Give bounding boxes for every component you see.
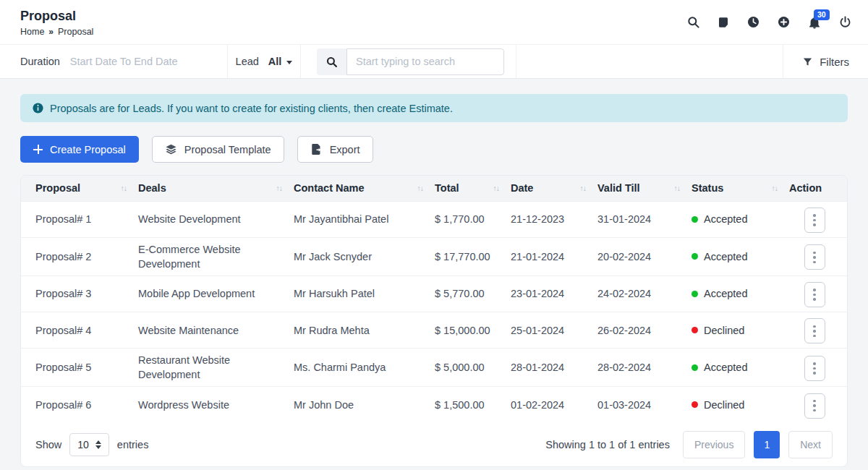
- next-page-button[interactable]: Next: [788, 431, 833, 458]
- cell-action: [789, 387, 847, 423]
- page-title: Proposal: [20, 9, 93, 24]
- search-icon: [326, 56, 338, 68]
- row-actions-button[interactable]: [804, 244, 825, 270]
- col-date[interactable]: Date↑↓: [511, 176, 597, 201]
- page-size-select[interactable]: 10: [69, 433, 109, 456]
- cell-deals: Website Maintenance: [138, 312, 294, 349]
- sort-icon[interactable]: ↑↓: [772, 184, 778, 192]
- lead-value: All: [268, 56, 282, 67]
- col-deals[interactable]: Deals↑↓: [138, 176, 294, 201]
- table-row: Proposal# 4 Website Maintenance Mr Rudra…: [21, 312, 847, 349]
- cell-deals: Mobile App Development: [138, 275, 294, 312]
- cell-action: [789, 237, 847, 275]
- info-alert: Proposals are for Leads. If you want to …: [20, 94, 848, 122]
- sort-icon[interactable]: ↑↓: [417, 184, 424, 192]
- filterbar-spacer: [516, 45, 783, 78]
- table-footer: Show 10 entries Showing 1 to 1 of 1 entr…: [21, 423, 847, 466]
- sort-icon[interactable]: ↑↓: [121, 184, 127, 192]
- cell-valid-till: 24-02-2024: [597, 275, 692, 312]
- col-proposal[interactable]: Proposal↑↓: [21, 176, 138, 201]
- sort-icon[interactable]: ↑↓: [580, 184, 587, 192]
- status-dot: [692, 401, 698, 408]
- search-icon[interactable]: [686, 15, 700, 29]
- current-page-button[interactable]: 1: [754, 431, 780, 458]
- lead-filter: Lead All: [228, 45, 301, 78]
- status-label: Accepted: [704, 360, 747, 375]
- cell-status: Accepted: [692, 275, 789, 312]
- row-actions-button[interactable]: [804, 318, 825, 343]
- clock-icon[interactable]: [746, 15, 760, 29]
- table-row: Proposal# 1 Website Development Mr Jayan…: [21, 201, 847, 237]
- col-action: Action: [789, 176, 847, 201]
- search-input[interactable]: [346, 48, 504, 75]
- cell-proposal: Proposal# 5: [21, 349, 138, 387]
- duration-filter: Duration: [0, 45, 228, 78]
- cell-date: 01-02-2024: [511, 387, 597, 423]
- search-submit-button[interactable]: [317, 48, 346, 75]
- sort-icon[interactable]: ↑↓: [276, 184, 283, 192]
- cell-total: $ 1,500.00: [435, 387, 511, 423]
- breadcrumb-separator: »: [48, 27, 54, 37]
- filters-label: Filters: [820, 56, 849, 68]
- status-dot: [692, 216, 698, 223]
- cell-valid-till: 26-02-2024: [597, 312, 692, 349]
- cell-valid-till: 01-03-2024: [597, 387, 692, 423]
- table-row: Proposal# 5 Restaurant Website Developme…: [21, 349, 847, 387]
- col-status[interactable]: Status↑↓: [692, 176, 789, 201]
- cell-valid-till: 31-01-2024: [597, 201, 692, 237]
- status-dot: [692, 253, 698, 260]
- lead-dropdown[interactable]: All: [268, 56, 293, 67]
- previous-page-button[interactable]: Previous: [683, 431, 745, 458]
- cell-contact: Mr Jayantibhai Patel: [294, 201, 435, 237]
- create-proposal-button[interactable]: Create Proposal: [20, 136, 139, 163]
- breadcrumb-home[interactable]: Home: [20, 27, 44, 37]
- status-label: Declined: [704, 323, 744, 338]
- status-label: Accepted: [704, 249, 747, 264]
- status-label: Accepted: [704, 286, 747, 301]
- cell-proposal: Proposal# 2: [21, 237, 138, 275]
- row-actions-button[interactable]: [804, 393, 825, 419]
- row-actions-button[interactable]: [804, 208, 825, 233]
- duration-input[interactable]: [70, 56, 204, 67]
- sort-icon[interactable]: ↑↓: [674, 184, 681, 192]
- cell-date: 21-12-2023: [511, 201, 597, 237]
- cell-action: [789, 349, 847, 387]
- action-buttons: Create Proposal Proposal Template Export: [20, 136, 848, 163]
- cell-total: $ 15,000.00: [435, 312, 511, 349]
- row-actions-button[interactable]: [804, 356, 825, 381]
- cell-date: 25-01-2024: [511, 312, 597, 349]
- lead-label: Lead: [236, 56, 259, 67]
- breadcrumb: Home » Proposal: [20, 27, 93, 37]
- cell-total: $ 17,770.00: [435, 237, 511, 275]
- col-contact-name[interactable]: Contact Name↑↓: [294, 176, 435, 201]
- cell-status: Accepted: [692, 201, 789, 237]
- alert-text: Proposals are for Leads. If you want to …: [50, 103, 453, 114]
- cell-action: [789, 275, 847, 312]
- cell-proposal: Proposal# 1: [21, 201, 138, 237]
- cell-status: Declined: [692, 312, 789, 349]
- table-row: Proposal# 6 Wordpress Website Mr John Do…: [21, 387, 847, 423]
- duration-label: Duration: [20, 56, 60, 67]
- cell-deals: Wordpress Website: [138, 387, 294, 423]
- filters-button[interactable]: Filters: [802, 56, 849, 68]
- layers-icon: [165, 143, 177, 155]
- cell-proposal: Proposal# 6: [21, 387, 138, 423]
- show-label: Show: [35, 439, 61, 450]
- col-valid-till[interactable]: Valid Till↑↓: [597, 176, 692, 201]
- row-actions-button[interactable]: [804, 282, 825, 307]
- cell-date: 21-01-2024: [511, 237, 597, 275]
- col-total[interactable]: Total↑↓: [435, 176, 511, 201]
- power-icon[interactable]: [838, 15, 852, 29]
- note-icon[interactable]: [717, 16, 730, 29]
- up-down-arrows-icon: [95, 440, 101, 449]
- chevron-down-icon: [286, 61, 292, 64]
- bell-icon[interactable]: 30: [807, 15, 822, 30]
- plus-circle-icon[interactable]: [777, 15, 791, 29]
- entries-label: entries: [117, 439, 149, 450]
- topbar-icons: 30: [686, 15, 852, 30]
- table-row: Proposal# 3 Mobile App Development Mr Ha…: [21, 275, 847, 312]
- export-button[interactable]: Export: [297, 136, 373, 163]
- cell-proposal: Proposal# 4: [21, 312, 138, 349]
- proposal-template-button[interactable]: Proposal Template: [152, 136, 284, 163]
- sort-icon[interactable]: ↑↓: [493, 184, 500, 192]
